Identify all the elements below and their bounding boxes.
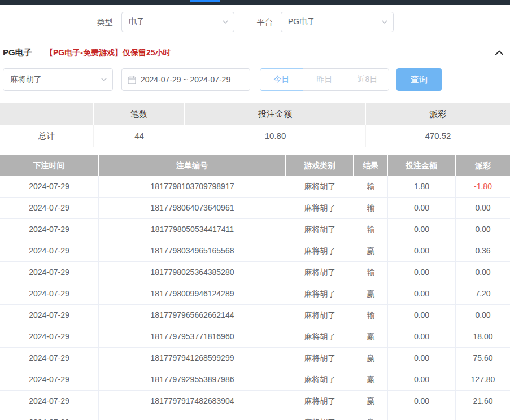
order-number-cell: 1817797965662662144 — [99, 305, 286, 326]
summary-header-payout: 派彩 — [366, 103, 510, 125]
table-row: 2024-07-29 1817797941268599299 麻将胡了 赢 0.… — [0, 348, 510, 369]
section-header: PG电子 【PG电子-免费游戏】仅保留25小时 — [0, 46, 510, 59]
table-row: 2024-07-29 1817798103709798917 麻将胡了 输 1.… — [0, 176, 510, 198]
result-cell: 输 — [354, 198, 388, 219]
game-select[interactable]: 麻将胡了 — [3, 68, 113, 91]
payout-cell: 0.00 — [456, 262, 510, 283]
table-row: 2024-07-29 1817798009946124289 麻将胡了 赢 0.… — [0, 283, 510, 305]
bet-time-cell: 2024-07-29 — [0, 283, 99, 305]
chevron-down-icon — [101, 78, 107, 81]
game-category-cell: 麻将胡了 — [286, 176, 354, 198]
order-number-cell: 1817797953771816960 — [99, 326, 286, 348]
bet-amount-cell: 0.00 — [388, 305, 456, 326]
header-game-category: 游戏类别 — [286, 155, 354, 176]
summary-bet-amount-value: 10.80 — [185, 125, 366, 147]
header-order-number: 注单编号 — [99, 155, 286, 176]
table-row: 2024-07-29 1817798025364385280 麻将胡了 输 0.… — [0, 262, 510, 283]
order-number-cell: 1817798050534417411 — [99, 219, 286, 240]
order-number-cell: 1817797917482683904 — [99, 391, 286, 412]
calendar-icon — [128, 76, 136, 84]
result-cell: 赢 — [354, 348, 388, 369]
result-cell: 输 — [354, 262, 388, 283]
bet-amount-cell: 0.00 — [388, 326, 456, 348]
header-payout: 派彩 — [456, 155, 510, 176]
bet-amount-cell: 0.00 — [388, 198, 456, 219]
bet-time-cell: 2024-07-29 — [0, 326, 99, 348]
summary-header-blank — [0, 103, 94, 125]
order-number-cell: 1817797941268599299 — [99, 348, 286, 369]
bet-time-cell: 2024-07-29 — [0, 198, 99, 219]
summary-header-row: 笔数 投注金额 派彩 — [0, 103, 510, 125]
game-category-cell: 麻将胡了 — [286, 305, 354, 326]
header-bet-time: 下注时间 — [0, 155, 99, 176]
table-row: 2024-07-29 1817797929553897986 麻将胡了 赢 0.… — [0, 369, 510, 391]
order-number-cell: 1817798009946124289 — [99, 283, 286, 305]
header-result: 结果 — [354, 155, 388, 176]
table-row: 2024-07-29 1817797953771816960 麻将胡了 赢 0.… — [0, 326, 510, 348]
game-category-cell: 麻将胡了 — [286, 391, 354, 412]
search-button[interactable]: 查询 — [396, 68, 442, 91]
bet-amount-cell: 0.00 — [388, 348, 456, 369]
payout-cell: 0.36 — [456, 240, 510, 262]
table-row: 2024-07-29 1817798064073640961 麻将胡了 输 0.… — [0, 198, 510, 219]
result-cell: 赢 — [354, 240, 388, 262]
table-row: 2024-07-29 1817797965662662144 麻将胡了 输 0.… — [0, 305, 510, 326]
date-range-input[interactable]: 2024-07-29 ~ 2024-07-29 — [121, 68, 250, 91]
table-row: 2024-07-29 麻将胡了 赢 — [0, 412, 510, 420]
game-category-cell: 麻将胡了 — [286, 369, 354, 391]
summary-total-label: 总计 — [0, 125, 94, 147]
bet-amount-cell: 0.00 — [388, 369, 456, 391]
payout-cell: 18.00 — [456, 326, 510, 348]
game-category-cell: 麻将胡了 — [286, 262, 354, 283]
bet-time-cell: 2024-07-29 — [0, 305, 99, 326]
date-range-value: 2024-07-29 ~ 2024-07-29 — [141, 75, 230, 84]
last-8-days-button[interactable]: 近8日 — [346, 68, 389, 91]
payout-cell: 0.00 — [456, 219, 510, 240]
bet-table-header: 下注时间 注单编号 游戏类别 结果 投注金额 派彩 — [0, 155, 510, 176]
bet-amount-cell — [388, 412, 456, 420]
bet-time-cell: 2024-07-29 — [0, 262, 99, 283]
payout-cell: 7.20 — [456, 283, 510, 305]
platform-select[interactable]: PG电子 — [281, 12, 394, 32]
order-number-cell: 1817797929553897986 — [99, 369, 286, 391]
payout-cell: -1.80 — [456, 176, 510, 198]
game-category-cell: 麻将胡了 — [286, 283, 354, 305]
payout-cell: 75.60 — [456, 348, 510, 369]
game-category-cell: 麻将胡了 — [286, 198, 354, 219]
type-label: 类型 — [97, 12, 113, 32]
result-cell: 赢 — [354, 369, 388, 391]
game-category-cell: 麻将胡了 — [286, 326, 354, 348]
game-category-cell: 麻将胡了 — [286, 240, 354, 262]
type-select[interactable]: 电子 — [121, 12, 234, 32]
bet-time-cell: 2024-07-29 — [0, 391, 99, 412]
result-cell: 输 — [354, 176, 388, 198]
yesterday-button[interactable]: 昨日 — [303, 68, 346, 91]
section-title: PG电子 — [3, 46, 32, 59]
order-number-cell: 1817798103709798917 — [99, 176, 286, 198]
summary-total-row: 总计 44 10.80 470.52 — [0, 125, 510, 147]
chevron-down-icon — [382, 20, 387, 24]
query-row: 麻将胡了 2024-07-29 ~ 2024-07-29 今日 昨日 近8日 查… — [0, 68, 510, 91]
table-row: 2024-07-29 1817798034965165568 麻将胡了 赢 0.… — [0, 240, 510, 262]
bet-amount-cell: 0.00 — [388, 262, 456, 283]
result-cell: 赢 — [354, 391, 388, 412]
payout-cell: 0.00 — [456, 198, 510, 219]
bet-time-cell: 2024-07-29 — [0, 412, 99, 420]
platform-label: 平台 — [257, 12, 273, 32]
game-category-cell: 麻将胡了 — [286, 348, 354, 369]
filter-row: 类型 电子 平台 PG电子 — [0, 12, 510, 32]
order-number-cell: 1817798025364385280 — [99, 262, 286, 283]
game-category-cell: 麻将胡了 — [286, 412, 354, 420]
active-tab-indicator[interactable] — [190, 0, 220, 2]
quick-date-button-group: 今日 昨日 近8日 — [260, 68, 389, 91]
result-cell: 赢 — [354, 326, 388, 348]
today-button[interactable]: 今日 — [260, 68, 303, 91]
section-notice: 【PG电子-免费游戏】仅保留25小时 — [45, 46, 171, 59]
chevron-up-icon — [495, 50, 504, 55]
payout-cell: 127.80 — [456, 369, 510, 391]
bet-amount-cell: 0.00 — [388, 219, 456, 240]
chevron-down-icon — [223, 20, 228, 24]
summary-header-count: 笔数 — [94, 103, 185, 125]
section-collapse-button[interactable] — [494, 48, 505, 57]
result-cell: 赢 — [354, 412, 388, 420]
